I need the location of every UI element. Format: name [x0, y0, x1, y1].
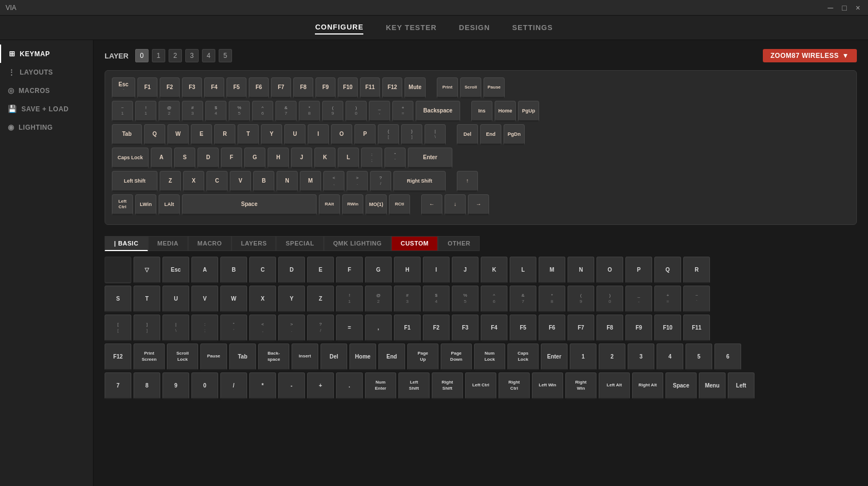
pkey-left-win[interactable]: Left Win	[532, 372, 563, 399]
pkey-num-plus[interactable]: +	[307, 372, 334, 399]
pkey-r[interactable]: R	[683, 257, 710, 283]
key-pgup[interactable]: PgUp	[518, 101, 539, 122]
pkey-scroll-lock[interactable]: ScrollLock	[167, 343, 198, 370]
key-mute[interactable]: Mute	[405, 77, 426, 99]
key-right-win[interactable]: RWin	[342, 194, 363, 215]
key-caps-lock[interactable]: Caps Lock	[112, 148, 149, 169]
key-a[interactable]: A	[151, 148, 172, 169]
pkey-num-lock[interactable]: NumLock	[474, 343, 505, 370]
key-down[interactable]: ↓	[445, 194, 466, 215]
key-p[interactable]: P	[354, 124, 376, 145]
pkey-backspace[interactable]: Back-space	[258, 343, 289, 370]
pkey-q[interactable]: Q	[654, 257, 681, 283]
pkey-num-9[interactable]: 9	[162, 372, 189, 399]
layer-btn-4[interactable]: 4	[202, 49, 215, 62]
key-print-screen[interactable]: Print	[437, 77, 458, 99]
pkey-num-0[interactable]: 0	[191, 372, 218, 399]
key-o[interactable]: O	[331, 124, 352, 145]
nav-design[interactable]: DESIGN	[459, 21, 490, 34]
key-equals[interactable]: +=	[392, 101, 413, 122]
key-backspace[interactable]: Backspace	[416, 101, 460, 122]
pkey-num-minus[interactable]: -	[278, 372, 305, 399]
pkey-o[interactable]: O	[596, 257, 623, 283]
pkey-print-screen[interactable]: PrintScreen	[134, 343, 165, 370]
pkey-k[interactable]: K	[481, 257, 507, 283]
key-h[interactable]: H	[268, 148, 289, 169]
pkey-num-7[interactable]: 7	[105, 372, 131, 399]
pkey-a[interactable]: A	[191, 257, 218, 283]
key-1[interactable]: !1	[135, 101, 156, 122]
pkey-g[interactable]: G	[365, 257, 392, 283]
key-k[interactable]: K	[314, 148, 336, 169]
key-f2[interactable]: F2	[160, 77, 180, 99]
pkey-caps-lock[interactable]: CapsLock	[507, 343, 539, 370]
pkey-left-arrow[interactable]: Left	[728, 372, 754, 399]
pkey-lparen-9[interactable]: (9	[568, 286, 594, 312]
tab-basic[interactable]: | BASIC	[105, 236, 148, 251]
key-f3[interactable]: F3	[182, 77, 202, 99]
pkey-m[interactable]: M	[539, 257, 565, 283]
key-8[interactable]: *8	[299, 101, 320, 122]
key-tilde[interactable]: ~1	[112, 101, 133, 122]
key-minus[interactable]: _-	[369, 101, 390, 122]
pkey-enter[interactable]: Enter	[541, 343, 568, 370]
pkey-f4[interactable]: F4	[481, 315, 507, 341]
key-lbracket[interactable]: {[	[378, 124, 399, 145]
pkey-caret-6[interactable]: ^6	[481, 286, 507, 312]
sidebar-item-lighting[interactable]: ◉ LIGHTING	[0, 118, 93, 136]
tab-media[interactable]: MEDIA	[148, 236, 188, 251]
pkey-num-star[interactable]: *	[249, 372, 276, 399]
key-pause[interactable]: Pause	[484, 77, 505, 99]
sidebar-item-save-load[interactable]: 💾 SAVE + LOAD	[0, 100, 93, 118]
pkey-right-ctrl[interactable]: RightCtrl	[499, 372, 530, 399]
sidebar-item-layouts[interactable]: ⋮ LAYOUTS	[0, 63, 93, 81]
pkey-e[interactable]: E	[307, 257, 334, 283]
key-q[interactable]: Q	[144, 124, 165, 145]
key-left-shift[interactable]: Left Shift	[112, 171, 157, 192]
pkey-del[interactable]: Del	[320, 343, 347, 370]
pkey-num-6[interactable]: 6	[714, 343, 741, 370]
pkey-page-up[interactable]: PageUp	[407, 343, 438, 370]
pkey-num-8[interactable]: 8	[134, 372, 160, 399]
pkey-dollar-4[interactable]: $4	[423, 286, 450, 312]
pkey-num-1[interactable]: 1	[570, 343, 596, 370]
pkey-amp-7[interactable]: &7	[510, 286, 536, 312]
nav-key-tester[interactable]: KEY TESTER	[386, 21, 436, 34]
tab-layers[interactable]: LAYERS	[231, 236, 277, 251]
key-f5[interactable]: F5	[226, 77, 246, 99]
pkey-p[interactable]: P	[625, 257, 652, 283]
key-s[interactable]: S	[174, 148, 195, 169]
key-mo1[interactable]: MO(1)	[366, 194, 387, 215]
pkey-backslash[interactable]: |\	[162, 315, 189, 341]
pkey-v[interactable]: V	[191, 286, 218, 312]
pkey-x[interactable]: X	[249, 286, 276, 312]
key-f10[interactable]: F10	[338, 77, 358, 99]
key-f12[interactable]: F12	[382, 77, 402, 99]
key-t[interactable]: T	[238, 124, 259, 145]
pkey-pct-5[interactable]: %5	[452, 286, 479, 312]
pkey-esc[interactable]: Esc	[162, 257, 189, 283]
pkey-n[interactable]: N	[568, 257, 594, 283]
key-0[interactable]: )0	[346, 101, 367, 122]
key-f6[interactable]: F6	[249, 77, 269, 99]
pkey-qmark-slash[interactable]: ?/	[307, 315, 334, 341]
pkey-right-win[interactable]: RightWin	[565, 372, 596, 399]
key-left[interactable]: ←	[421, 194, 442, 215]
tab-special[interactable]: SPECIAL	[276, 236, 323, 251]
pkey-right-alt[interactable]: Right Alt	[632, 372, 663, 399]
pkey-c[interactable]: C	[249, 257, 276, 283]
key-pgdn[interactable]: PgDn	[504, 124, 525, 145]
pkey-num-2[interactable]: 2	[599, 343, 625, 370]
key-g[interactable]: G	[244, 148, 265, 169]
key-3[interactable]: #3	[182, 101, 203, 122]
pkey-left-alt[interactable]: Left Alt	[599, 372, 630, 399]
key-del[interactable]: Del	[457, 124, 478, 145]
key-x[interactable]: X	[183, 171, 204, 192]
key-space[interactable]: Space	[182, 194, 317, 215]
pkey-left-shift[interactable]: LeftShift	[398, 372, 430, 399]
pkey-f2[interactable]: F2	[423, 315, 450, 341]
key-f[interactable]: F	[221, 148, 242, 169]
key-right[interactable]: →	[468, 194, 489, 215]
pkey-menu[interactable]: Menu	[699, 372, 726, 399]
key-4[interactable]: $4	[205, 101, 226, 122]
